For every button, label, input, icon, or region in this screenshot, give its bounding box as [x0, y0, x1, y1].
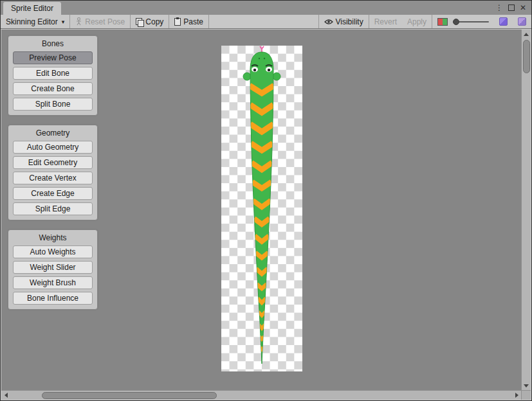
reset-pose-label: Reset Pose	[85, 17, 125, 26]
sprite-toggle-b[interactable]	[513, 15, 531, 28]
sprite-editor-window: Sprite Editor ⋮ ✕ Skinning Editor ▾ Rese…	[0, 0, 532, 401]
auto-weights-button[interactable]: Auto Weights	[13, 245, 93, 258]
copy-label: Copy	[145, 17, 163, 26]
apply-button[interactable]: Apply	[402, 15, 432, 28]
copy-button[interactable]: Copy	[131, 15, 169, 28]
weight-slider-button[interactable]: Weight Slider	[13, 261, 93, 274]
toolbar: Skinning Editor ▾ Reset Pose Copy Paste	[1, 15, 531, 29]
sprite-icon-b	[518, 17, 526, 26]
auto-geometry-button[interactable]: Auto Geometry	[13, 141, 93, 154]
tab-strip-spacer	[61, 1, 495, 15]
skinning-editor-dropdown[interactable]: Skinning Editor ▾	[1, 15, 69, 28]
create-vertex-button[interactable]: Create Vertex	[13, 172, 93, 184]
sprite-toggle-a[interactable]	[494, 15, 513, 28]
image-swatch-icon	[437, 18, 448, 26]
bone-influence-button[interactable]: Bone Influence	[13, 292, 93, 305]
copy-icon	[136, 18, 143, 26]
horizontal-scrollbar[interactable]	[1, 390, 521, 400]
weight-brush-button[interactable]: Weight Brush	[13, 276, 93, 289]
canvas-area[interactable]: Bones Preview Pose Edit Bone Create Bone…	[1, 30, 531, 400]
paste-label: Paste	[183, 17, 203, 26]
scroll-left-arrow[interactable]	[1, 391, 10, 400]
vertical-scroll-thumb[interactable]	[523, 40, 530, 73]
scroll-right-arrow[interactable]	[512, 391, 521, 400]
visibility-button[interactable]: Visibility	[319, 15, 369, 28]
sprite-canvas[interactable]	[221, 46, 302, 371]
paste-button[interactable]: Paste	[169, 15, 208, 28]
sprite-snake	[221, 46, 302, 371]
panel-geometry-title: Geometry	[13, 127, 93, 138]
sprite-icon-a	[499, 17, 508, 26]
eye-icon	[324, 19, 333, 25]
split-edge-button[interactable]: Split Edge	[13, 202, 93, 215]
panel-bones-title: Bones	[13, 38, 93, 49]
close-icon[interactable]: ✕	[520, 4, 526, 12]
panel-bones: Bones Preview Pose Edit Bone Create Bone…	[8, 35, 98, 116]
chevron-down-icon: ▾	[62, 19, 65, 25]
tab-sprite-editor[interactable]: Sprite Editor	[3, 2, 61, 15]
apply-label: Apply	[407, 17, 427, 26]
scroll-up-arrow[interactable]	[522, 30, 531, 39]
reset-pose-button[interactable]: Reset Pose	[70, 15, 130, 28]
vertical-scrollbar[interactable]	[521, 30, 531, 390]
opacity-slider[interactable]	[453, 15, 494, 28]
toolbar-right-group: Visibility Revert Apply	[318, 15, 532, 28]
tab-label: Sprite Editor	[11, 4, 53, 13]
scrollbar-corner	[521, 390, 531, 400]
color-swatch-button[interactable]	[432, 15, 453, 28]
create-edge-button[interactable]: Create Edge	[13, 187, 93, 200]
revert-button[interactable]: Revert	[369, 15, 402, 28]
scroll-down-arrow[interactable]	[522, 381, 531, 390]
visibility-label: Visibility	[336, 17, 363, 26]
edit-geometry-button[interactable]: Edit Geometry	[13, 156, 93, 169]
slider-knob[interactable]	[453, 19, 459, 25]
toolbar-separator	[208, 15, 209, 28]
split-bone-button[interactable]: Split Bone	[13, 98, 93, 111]
panel-weights-title: Weights	[13, 232, 93, 243]
panel-geometry: Geometry Auto Geometry Edit Geometry Cre…	[8, 125, 98, 220]
person-icon	[75, 17, 82, 26]
window-controls: ⋮ ✕	[495, 1, 531, 15]
panel-weights: Weights Auto Weights Weight Slider Weigh…	[8, 229, 98, 310]
skinning-editor-label: Skinning Editor	[6, 17, 58, 26]
paste-icon	[174, 18, 181, 26]
edit-bone-button[interactable]: Edit Bone	[13, 67, 93, 80]
tab-strip: Sprite Editor ⋮ ✕	[1, 1, 531, 15]
revert-label: Revert	[374, 17, 397, 26]
maximize-icon[interactable]	[508, 4, 515, 11]
slider-track	[458, 21, 489, 22]
create-bone-button[interactable]: Create Bone	[13, 82, 93, 95]
kebab-menu-icon[interactable]: ⋮	[495, 4, 503, 12]
horizontal-scroll-thumb[interactable]	[42, 392, 217, 399]
preview-pose-button[interactable]: Preview Pose	[13, 51, 93, 64]
